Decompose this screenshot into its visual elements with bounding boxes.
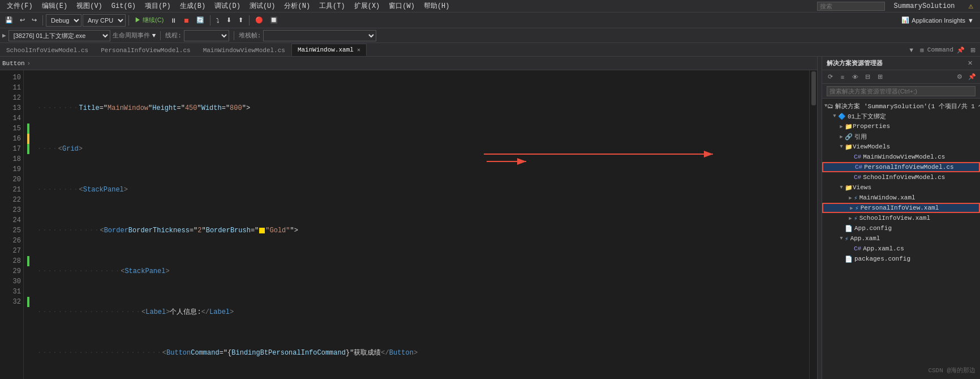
- tab-mainwindow-xaml[interactable]: MainWindow.xaml ✕: [291, 44, 367, 56]
- step-out[interactable]: ⬆: [235, 14, 246, 27]
- stackframe-dropdown[interactable]: [263, 30, 376, 41]
- solution-explorer: 解决方案资源管理器 ✕ ⟳ ≡ 👁 ⊟ ⊞ ⚙ 📌 ▼ 🗂 解决方案 'Summ…: [822, 57, 980, 379]
- breakpoint-btn[interactable]: 🔴: [252, 14, 266, 27]
- tree-mainwindowviewmodel[interactable]: C# MainWindowViewModel.cs: [822, 152, 980, 162]
- schoolinfovm-label: SchoolInfoViewModel.cs: [863, 174, 945, 181]
- schoolinfovm-icon: C#: [854, 174, 861, 181]
- editor-scrollbar[interactable]: [809, 70, 817, 379]
- tree-schoolinfoview-xaml[interactable]: ▶ ⚡ SchoolInfoView.xaml: [822, 213, 980, 223]
- tab-personalinfo-label: PersonalInfoViewModel.cs: [101, 47, 190, 54]
- global-search-input[interactable]: [817, 2, 885, 11]
- toolbar-btn-2[interactable]: ↩: [17, 14, 28, 27]
- code-editor: Button › 10 11 12 13 14 15 16 17 18 19 2…: [0, 57, 817, 379]
- code-line-12: ········<StackPanel>: [33, 185, 809, 195]
- tab-personalinfo[interactable]: PersonalInfoViewModel.cs: [94, 44, 196, 56]
- tab-nav-dropdown[interactable]: ▼: [906, 44, 917, 56]
- continue-button[interactable]: ▶ 继续(C): [132, 14, 166, 27]
- code-line-13: ············<Border BorderThickness="2" …: [33, 225, 809, 236]
- properties-folder-icon: 📁: [845, 123, 853, 130]
- personalinfoview-xaml-icon: ⚡: [855, 205, 859, 212]
- scrollbar-thumb[interactable]: [811, 71, 816, 105]
- menu-debug[interactable]: 调试(D): [210, 0, 245, 12]
- code-line-14: ················<StackPanel>: [33, 266, 809, 276]
- menu-help[interactable]: 帮助(H): [419, 0, 454, 12]
- packages-config-label: packages.config: [854, 255, 910, 262]
- step-into[interactable]: ⬇: [223, 14, 234, 27]
- tree-schoolinfoviewmodel[interactable]: C# SchoolInfoViewModel.cs: [822, 172, 980, 182]
- menu-project[interactable]: 项目(P): [140, 0, 175, 12]
- thread-dropdown[interactable]: [184, 30, 229, 41]
- restart-button[interactable]: 🔄: [194, 14, 207, 27]
- menu-edit[interactable]: 编辑(E): [37, 0, 72, 12]
- schoolinfoview-xaml-label: SchoolInfoView.xaml: [859, 215, 930, 222]
- tab-close-button[interactable]: ✕: [357, 46, 360, 53]
- expand-button[interactable]: ⊞: [968, 44, 978, 56]
- se-pin-btn[interactable]: 📌: [966, 71, 978, 83]
- main-area: Button › 10 11 12 13 14 15 16 17 18 19 2…: [0, 57, 980, 379]
- se-search-bar: [822, 84, 980, 99]
- properties-expand-icon: ▶: [838, 124, 845, 130]
- tree-mainwindow-xaml[interactable]: ▶ ⚡ MainWindow.xaml: [822, 193, 980, 203]
- platform-dropdown[interactable]: Any CPU: [83, 14, 126, 27]
- se-collapse-btn[interactable]: ⊞: [874, 71, 886, 83]
- code-content[interactable]: ········Title="MainWindow" Height="450" …: [33, 70, 809, 379]
- menu-build[interactable]: 生成(B): [175, 0, 210, 12]
- se-filter-btn[interactable]: ⊟: [862, 71, 873, 83]
- debug-toolbar: ▶ [38276] 01上下文绑定.exe 生命周期事件 ▼ 线程: 堆栈帧:: [0, 28, 980, 43]
- tree-app-xaml[interactable]: ▼ ⚡ App.xaml: [822, 233, 980, 244]
- menu-extensions[interactable]: 扩展(X): [350, 0, 385, 12]
- menu-analyze[interactable]: 分析(N): [280, 0, 315, 12]
- viewmodels-label: ViewModels: [853, 143, 890, 150]
- views-expand-icon: ▼: [838, 185, 845, 190]
- toolbar-btn-3[interactable]: ↪: [29, 14, 40, 27]
- app-xaml-cs-label: App.xaml.cs: [863, 245, 904, 252]
- menu-test[interactable]: 测试(U): [245, 0, 280, 12]
- toolbar-btn-1[interactable]: 💾: [2, 14, 16, 27]
- solution-icon: 🗂: [827, 103, 833, 110]
- se-title: 解决方案资源管理器: [827, 59, 883, 67]
- menu-window[interactable]: 窗口(W): [384, 0, 419, 12]
- tree-project[interactable]: ▼ 🔷 01上下文绑定: [822, 111, 980, 121]
- tab-mainwindowviewmodel[interactable]: MainWindowViewModel.cs: [197, 44, 291, 56]
- tab-bar: SchoolInfoViewModel.cs PersonalInfoViewM…: [0, 43, 980, 57]
- tree-app-config[interactable]: 📄 App.config: [822, 223, 980, 233]
- tree-app-xaml-cs[interactable]: C# App.xaml.cs: [822, 244, 980, 254]
- se-settings-btn[interactable]: ⚙: [954, 71, 965, 83]
- step-over[interactable]: ⤵: [213, 14, 222, 27]
- lifecycle-dropdown[interactable]: ▼: [152, 32, 156, 39]
- pause-button[interactable]: ⏸: [167, 14, 179, 27]
- se-show-all-btn[interactable]: 👁: [849, 71, 861, 83]
- menu-tools[interactable]: 工具(T): [315, 0, 350, 12]
- line-numbers: 10 11 12 13 14 15 16 17 18 19 20 21 22 2…: [0, 70, 24, 379]
- menu-git[interactable]: Git(G): [107, 1, 140, 11]
- se-search-input[interactable]: [827, 86, 975, 96]
- hex-btn[interactable]: 🔲: [267, 14, 281, 27]
- tree-properties[interactable]: ▶ 📁 Properties: [822, 121, 980, 131]
- app-insights-button[interactable]: 📊 Application Insights ▼: [897, 14, 978, 27]
- tree-personalinfoview-xaml[interactable]: ▶ ⚡ PersonalInfoView.xaml: [822, 203, 980, 213]
- stack-selector[interactable]: [38276] 01上下文绑定.exe: [8, 30, 110, 41]
- tree-references[interactable]: ▶ 🔗 引用: [822, 131, 980, 142]
- pin-button[interactable]: 📌: [955, 44, 967, 56]
- splitter[interactable]: [817, 57, 822, 379]
- app-xaml-icon: ⚡: [845, 235, 849, 242]
- mainwindowvm-icon: C#: [854, 154, 861, 160]
- se-tree: ▼ 🗂 解决方案 'SummarySolution'(1 个项目/共 1 个) …: [822, 99, 980, 379]
- stop-button[interactable]: ⏹: [180, 14, 192, 27]
- tree-views-folder[interactable]: ▼ 📁 Views: [822, 182, 980, 193]
- menu-file[interactable]: 文件(F): [2, 0, 37, 12]
- properties-label: Properties: [853, 123, 890, 130]
- tree-personalinfoviewmodel[interactable]: C# PersonalInfoViewModel.cs: [822, 162, 980, 172]
- se-properties-btn[interactable]: ≡: [837, 71, 848, 83]
- appconfig-icon: 📄: [845, 225, 853, 232]
- se-sync-btn[interactable]: ⟳: [824, 71, 836, 83]
- references-label: 引用: [854, 133, 867, 141]
- se-close-button[interactable]: ✕: [964, 58, 975, 69]
- tree-solution-root[interactable]: ▼ 🗂 解决方案 'SummarySolution'(1 个项目/共 1 个): [822, 101, 980, 111]
- menu-view[interactable]: 视图(V): [72, 0, 107, 12]
- tree-packages-config[interactable]: 📄 packages.config: [822, 254, 980, 264]
- tab-schoolinfo[interactable]: SchoolInfoViewModel.cs: [0, 44, 94, 56]
- project-expand-icon: ▼: [831, 113, 838, 119]
- debug-config-dropdown[interactable]: Debug: [46, 14, 81, 27]
- tree-viewmodels-folder[interactable]: ▼ 📁 ViewModels: [822, 142, 980, 152]
